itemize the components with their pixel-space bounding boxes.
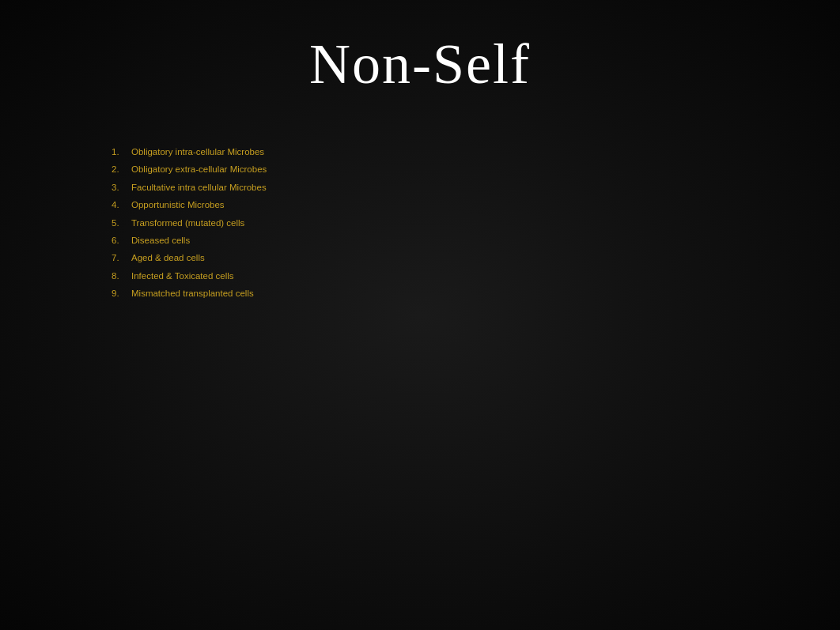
- list-item: 9.Mismatched transplanted cells: [112, 286, 776, 300]
- item-text: Facultative intra cellular Microbes: [131, 180, 267, 194]
- numbered-list: 1.Obligatory intra-cellular Microbes2.Ob…: [112, 145, 776, 301]
- item-number: 6.: [112, 233, 131, 247]
- item-number: 4.: [112, 198, 131, 212]
- item-number: 3.: [112, 180, 131, 194]
- item-text: Mismatched transplanted cells: [131, 286, 254, 300]
- item-text: Transformed (mutated) cells: [131, 216, 244, 230]
- item-number: 7.: [112, 251, 131, 265]
- list-item: 7.Aged & dead cells: [112, 251, 776, 265]
- item-text: Infected & Toxicated cells: [131, 269, 234, 283]
- item-number: 1.: [112, 145, 131, 159]
- item-text: Obligatory extra-cellular Microbes: [131, 162, 267, 176]
- item-number: 9.: [112, 286, 131, 300]
- item-text: Opportunistic Microbes: [131, 198, 225, 212]
- list-item: 6.Diseased cells: [112, 233, 776, 247]
- content-area: 1.Obligatory intra-cellular Microbes2.Ob…: [64, 145, 776, 304]
- item-text: Obligatory intra-cellular Microbes: [131, 145, 264, 159]
- list-item: 2.Obligatory extra-cellular Microbes: [112, 162, 776, 176]
- item-text: Diseased cells: [131, 233, 190, 247]
- list-item: 3.Facultative intra cellular Microbes: [112, 180, 776, 194]
- page-container: Non-Self 1.Obligatory intra-cellular Mic…: [0, 0, 840, 630]
- list-item: 1.Obligatory intra-cellular Microbes: [112, 145, 776, 159]
- page-title: Non-Self: [309, 32, 531, 97]
- item-number: 2.: [112, 162, 131, 176]
- item-text: Aged & dead cells: [131, 251, 205, 265]
- item-number: 8.: [112, 269, 131, 283]
- list-item: 4.Opportunistic Microbes: [112, 198, 776, 212]
- list-item: 8.Infected & Toxicated cells: [112, 269, 776, 283]
- item-number: 5.: [112, 216, 131, 230]
- list-item: 5.Transformed (mutated) cells: [112, 216, 776, 230]
